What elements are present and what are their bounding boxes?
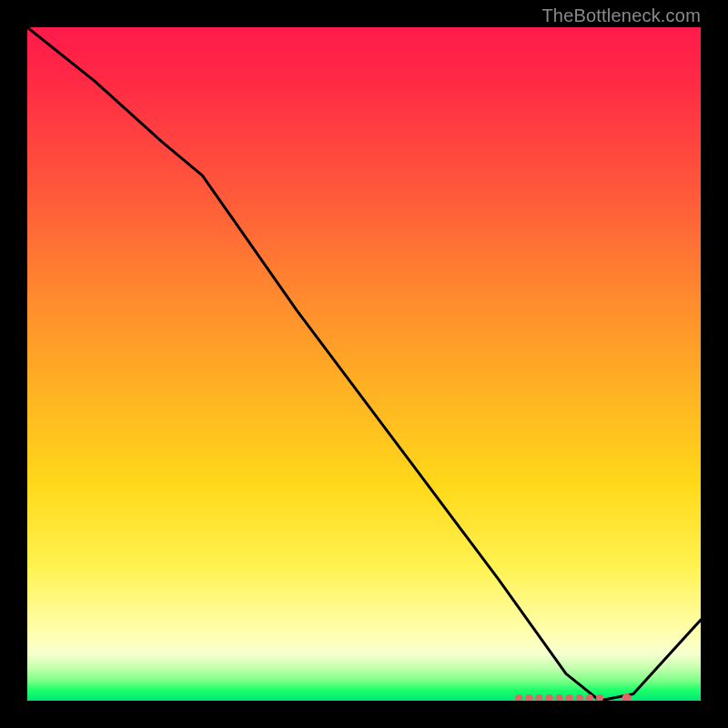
watermark-text: TheBottleneck.com — [541, 5, 701, 26]
chart-background-gradient — [27, 27, 701, 701]
chart-frame — [27, 27, 701, 701]
